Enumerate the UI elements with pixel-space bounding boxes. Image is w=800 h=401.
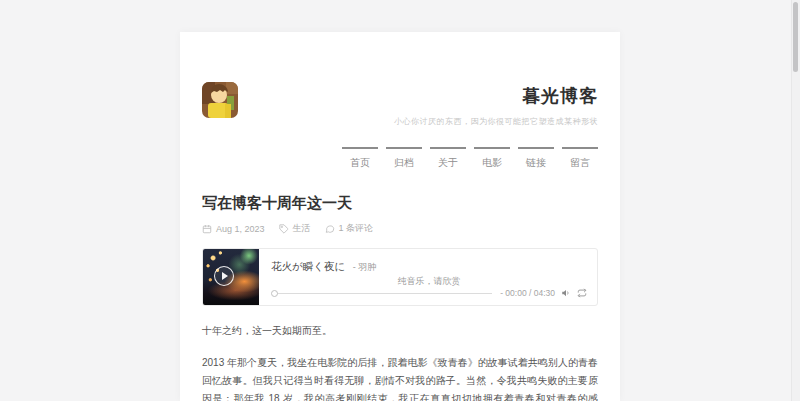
progress-knob[interactable] xyxy=(271,290,278,297)
nav-item-movies[interactable]: 电影 xyxy=(474,147,510,170)
avatar-image xyxy=(202,82,238,118)
site-subtitle: 小心你讨厌的东西，因为你很可能把它塑造成某种形状 xyxy=(202,116,598,127)
progress-bar[interactable] xyxy=(277,293,492,294)
play-icon xyxy=(222,272,228,280)
tag-icon xyxy=(279,224,289,234)
song-title: 花火が瞬く夜に xyxy=(271,260,345,272)
song-artist: - 羽肿 xyxy=(353,262,377,272)
post-title: 写在博客十周年这一天 xyxy=(202,194,598,213)
audio-player: 花火が瞬く夜に - 羽肿 纯音乐，请欣赏 - 00:00 / 04:30 xyxy=(202,248,598,306)
post-meta: Aug 1, 2023 生活 1 条评论 xyxy=(202,222,598,235)
album-art xyxy=(203,249,259,305)
player-body: 花火が瞬く夜に - 羽肿 纯音乐，请欣赏 - 00:00 / 04:30 xyxy=(259,249,597,305)
scrollbar-track xyxy=(791,0,800,401)
play-button[interactable] xyxy=(214,266,234,286)
site-title: 暮光博客 xyxy=(202,84,598,108)
post-category-label: 生活 xyxy=(293,222,311,235)
comment-icon xyxy=(325,224,335,234)
post-category-link[interactable]: 生活 xyxy=(279,222,311,235)
post-date: Aug 1, 2023 xyxy=(202,224,265,234)
post-paragraph-1: 十年之约，这一天如期而至。 xyxy=(202,322,598,340)
nav-item-about[interactable]: 关于 xyxy=(430,147,466,170)
post-comments-label: 1 条评论 xyxy=(339,222,374,235)
time-display: - 00:00 / 04:30 xyxy=(500,288,555,298)
nav-item-archive[interactable]: 归档 xyxy=(386,147,422,170)
site-avatar[interactable] xyxy=(202,82,238,118)
nav-item-links[interactable]: 链接 xyxy=(518,147,554,170)
nav-item-guestbook[interactable]: 留言 xyxy=(562,147,598,170)
site-nav: 首页 归档 关于 电影 链接 留言 xyxy=(202,147,598,170)
nav-item-home[interactable]: 首页 xyxy=(342,147,378,170)
player-caption: 纯音乐，请欣赏 xyxy=(271,275,587,288)
post: 写在博客十周年这一天 Aug 1, 2023 生活 1 条评论 xyxy=(202,194,598,401)
post-comments-link[interactable]: 1 条评论 xyxy=(325,222,374,235)
blog-card: 暮光博客 小心你讨厌的东西，因为你很可能把它塑造成某种形状 首页 归档 关于 电… xyxy=(180,32,620,401)
scrollbar-thumb[interactable] xyxy=(793,2,798,72)
calendar-icon xyxy=(202,224,212,234)
volume-icon[interactable] xyxy=(561,288,571,298)
post-date-label: Aug 1, 2023 xyxy=(216,224,265,234)
site-header: 暮光博客 小心你讨厌的东西，因为你很可能把它塑造成某种形状 首页 归档 关于 电… xyxy=(202,82,598,170)
loop-icon[interactable] xyxy=(577,288,587,298)
post-paragraph-2: 2013 年那个夏天，我坐在电影院的后排，跟着电影《致青春》的故事试着共鸣别人的… xyxy=(202,354,598,401)
player-controls: - 00:00 / 04:30 xyxy=(271,288,587,298)
player-title-row: 花火が瞬く夜に - 羽肿 xyxy=(271,256,587,274)
site-info: 暮光博客 小心你讨厌的东西，因为你很可能把它塑造成某种形状 xyxy=(202,82,598,127)
